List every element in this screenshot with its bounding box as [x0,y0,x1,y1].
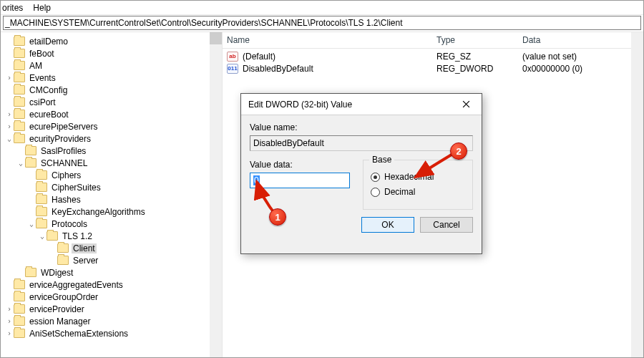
tree-item-label: feBoot [28,49,56,59]
tree-expander-icon[interactable]: › [5,122,14,130]
close-button[interactable] [452,95,480,114]
tree-item[interactable]: CipherSuites [1,181,222,193]
tree-item-label: Events [28,73,57,83]
cell-type: REG_SZ [436,52,522,62]
radio-hex[interactable] [371,173,380,182]
tree-item[interactable]: ›erviceProvider [1,303,222,315]
radio-hex-row[interactable]: Hexadecimal [371,172,465,182]
tree-item[interactable]: SaslProfiles [1,145,222,157]
tree-pane: etailDemofeBootAM›EventsCMConfigcsiPort›… [1,32,223,357]
dword-value-icon: 011 [227,64,238,74]
tree-item-label: ecureBoot [28,110,70,120]
col-header-name[interactable]: Name [227,35,436,45]
list-rows: ab(Default)REG_SZ(value not set)011Disab… [223,49,643,74]
registry-tree[interactable]: etailDemofeBootAM›EventsCMConfigcsiPort›… [1,32,222,339]
value-data-label: Value data: [250,160,350,170]
tree-expander-icon[interactable]: ⌄ [38,232,47,240]
value-name-label: Value name: [250,122,473,132]
tree-item[interactable]: erviceGroupOrder [1,291,222,303]
menu-help[interactable]: Help [33,3,51,13]
tree-item[interactable]: csiPort [1,96,222,108]
tree-item[interactable]: Ciphers [1,169,222,181]
tree-item-label: AniSetSchemaExtensions [28,329,130,339]
base-group: Base Hexadecimal Decimal [363,160,473,210]
list-item[interactable]: ab(Default)REG_SZ(value not set) [227,50,643,62]
folder-icon [25,158,36,168]
tree-expander-icon[interactable]: › [5,305,14,313]
tree-item[interactable]: etailDemo [1,35,222,47]
tree-item-label: Client [72,243,97,253]
folder-icon [36,183,47,192]
folder-icon [14,85,25,95]
address-bar[interactable]: _MACHINE\SYSTEM\CurrentControlSet\Contro… [3,16,641,30]
value-data-input[interactable]: 0 [250,173,350,188]
col-header-data[interactable]: Data [522,35,643,45]
string-value-icon: ab [227,52,238,62]
radio-dec-row[interactable]: Decimal [371,187,465,197]
dialog-titlebar[interactable]: Edit DWORD (32-bit) Value [241,94,482,115]
list-scrollbar[interactable] [631,32,643,357]
tree-item-label: etailDemo [28,37,69,47]
folder-icon [36,207,47,216]
tree-item[interactable]: KeyExchangeAlgorithms [1,205,222,218]
tree-item[interactable]: ›ecureBoot [1,108,222,120]
tree-item-label: erviceGroupOrder [28,292,99,302]
cell-type: REG_DWORD [436,64,522,74]
cell-name: DisabledByDefault [243,64,436,74]
tree-item[interactable]: ⌄ecurityProviders [1,132,222,145]
list-header: Name Type Data [223,32,643,49]
tree-item[interactable]: feBoot [1,47,222,59]
tree-item-label: SCHANNEL [39,158,89,168]
tree-item[interactable]: Client [1,242,222,254]
tree-expander-icon[interactable]: ⌄ [27,220,36,228]
value-name-field: DisabledByDefault [250,135,473,151]
radio-dec-label: Decimal [384,187,415,197]
tree-item[interactable]: ›ession Manager [1,315,222,327]
folder-icon [14,37,25,46]
tree-item[interactable]: WDigest [1,266,222,279]
tree-item[interactable]: Server [1,254,222,266]
tree-item[interactable]: ⌄TLS 1.2 [1,230,222,242]
dialog-buttons: OK Cancel [241,217,482,241]
tree-item[interactable]: erviceAggregatedEvents [1,279,222,291]
cancel-button[interactable]: Cancel [420,217,473,233]
tree-scroll-thumb[interactable] [210,32,222,44]
tree-item[interactable]: ⌄Protocols [1,218,222,230]
list-item[interactable]: 011DisabledByDefaultREG_DWORD0x00000000 … [227,62,643,74]
folder-icon [14,110,25,119]
tree-item[interactable]: ⌄SCHANNEL [1,157,222,169]
col-header-type[interactable]: Type [436,35,522,45]
tree-expander-icon[interactable]: ⌄ [5,135,14,142]
tree-item-label: Hashes [50,195,82,205]
tree-expander-icon[interactable]: ⌄ [16,159,25,167]
tree-expander-icon[interactable]: › [5,329,14,337]
folder-icon [14,316,25,326]
radio-dec[interactable] [371,188,380,197]
tree-item-label: erviceAggregatedEvents [28,280,125,290]
menubar: orites Help [1,1,643,15]
tree-item[interactable]: AM [1,59,222,72]
menu-favorites[interactable]: orites [2,3,23,13]
tree-item-label: TLS 1.2 [61,231,94,241]
tree-item[interactable]: ›ecurePipeServers [1,120,222,132]
tree-item[interactable]: Hashes [1,193,222,205]
ok-button[interactable]: OK [361,217,414,233]
tree-item[interactable]: CMConfig [1,84,222,96]
folder-icon [14,329,25,338]
cell-data: 0x00000000 (0) [522,64,643,74]
tree-expander-icon[interactable]: › [5,110,14,118]
base-legend: Base [369,155,394,165]
tree-expander-icon[interactable]: › [5,74,14,82]
tree-item-label: KeyExchangeAlgorithms [50,207,147,217]
tree-item[interactable]: ›AniSetSchemaExtensions [1,327,222,339]
folder-icon [36,219,47,228]
tree-item-label: CipherSuites [50,183,102,193]
folder-icon [14,292,25,301]
tree-item[interactable]: ›Events [1,72,222,84]
folder-icon [14,134,25,143]
tree-expander-icon[interactable]: › [5,317,14,325]
tree-scrollbar[interactable] [210,32,222,357]
folder-icon [14,122,25,131]
folder-icon [14,97,25,107]
tree-item-label: ecurePipeServers [28,122,99,132]
